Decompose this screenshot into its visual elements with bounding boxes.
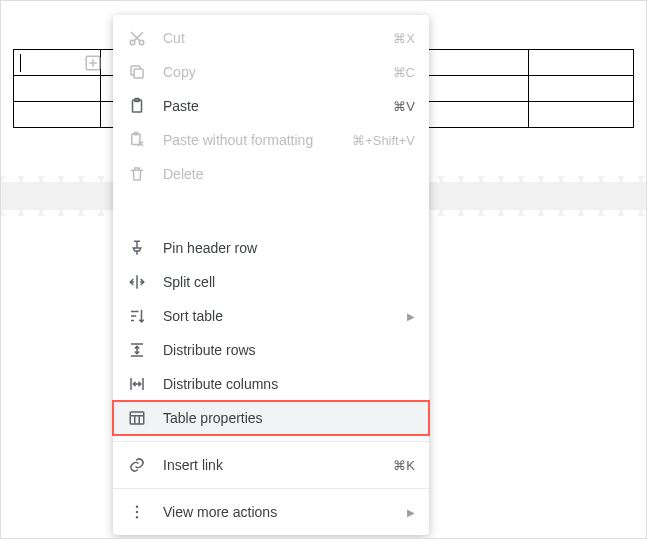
svg-point-2 xyxy=(139,40,144,45)
cut-icon xyxy=(127,28,147,48)
menu-item-table-properties[interactable]: Table properties xyxy=(113,401,429,435)
menu-item-paste[interactable]: Paste ⌘V xyxy=(113,89,429,123)
table-cell[interactable] xyxy=(14,50,101,76)
menu-item-paste-plain: Paste without formatting ⌘+Shift+V xyxy=(113,123,429,157)
paste-icon xyxy=(127,96,147,116)
menu-item-shortcut: ⌘+Shift+V xyxy=(352,133,415,148)
menu-item-label: Insert link xyxy=(163,457,393,473)
menu-separator xyxy=(113,441,429,442)
menu-item-label: Split cell xyxy=(163,274,415,290)
table-cell[interactable] xyxy=(14,76,101,102)
split-cell-icon xyxy=(127,272,147,292)
svg-point-9 xyxy=(136,506,138,508)
table-cell[interactable] xyxy=(528,50,633,76)
svg-rect-8 xyxy=(130,412,144,424)
menu-separator xyxy=(113,488,429,489)
menu-item-shortcut: ⌘C xyxy=(393,65,415,80)
svg-rect-6 xyxy=(132,134,140,145)
menu-item-label: Copy xyxy=(163,64,393,80)
svg-point-1 xyxy=(130,40,135,45)
link-icon xyxy=(127,455,147,475)
menu-item-pin-header[interactable]: Pin header row xyxy=(113,231,429,265)
svg-rect-3 xyxy=(134,69,143,78)
sort-icon xyxy=(127,306,147,326)
menu-item-distribute-rows[interactable]: Distribute rows xyxy=(113,333,429,367)
menu-item-cut: Cut ⌘X xyxy=(113,21,429,55)
menu-item-copy: Copy ⌘C xyxy=(113,55,429,89)
menu-item-label: Paste without formatting xyxy=(163,132,352,148)
menu-item-label: Paste xyxy=(163,98,393,114)
menu-item-shortcut: ⌘K xyxy=(393,458,415,473)
cell-menu-icon[interactable] xyxy=(84,54,98,68)
distribute-rows-icon xyxy=(127,340,147,360)
svg-point-10 xyxy=(136,511,138,513)
table-cell[interactable] xyxy=(423,102,528,128)
menu-item-split-cell[interactable]: Split cell xyxy=(113,265,429,299)
table-cell[interactable] xyxy=(14,102,101,128)
text-cursor xyxy=(20,54,21,72)
svg-point-11 xyxy=(136,516,138,518)
menu-item-label: Delete xyxy=(163,166,415,182)
menu-item-label: View more actions xyxy=(163,504,399,520)
table-cell[interactable] xyxy=(528,76,633,102)
context-menu: Cut ⌘X Copy ⌘C Paste ⌘V Paste without fo… xyxy=(113,15,429,535)
pin-icon xyxy=(127,238,147,258)
more-vertical-icon xyxy=(127,502,147,522)
menu-item-label: Table properties xyxy=(163,410,415,426)
distribute-cols-icon xyxy=(127,374,147,394)
menu-item-shortcut: ⌘X xyxy=(393,31,415,46)
menu-item-label: Distribute rows xyxy=(163,342,415,358)
table-cell[interactable] xyxy=(528,102,633,128)
menu-item-distribute-cols[interactable]: Distribute columns xyxy=(113,367,429,401)
menu-item-label: Sort table xyxy=(163,308,399,324)
menu-item-delete: Delete xyxy=(113,157,429,191)
menu-item-shortcut: ⌘V xyxy=(393,99,415,114)
copy-icon xyxy=(127,62,147,82)
menu-item-label: Cut xyxy=(163,30,393,46)
menu-item-label: Distribute columns xyxy=(163,376,415,392)
menu-item-insert-link[interactable]: Insert link ⌘K xyxy=(113,448,429,482)
chevron-right-icon: ▶ xyxy=(407,311,415,322)
delete-icon xyxy=(127,164,147,184)
table-properties-icon xyxy=(127,408,147,428)
paste-plain-icon xyxy=(127,130,147,150)
table-cell[interactable] xyxy=(423,50,528,76)
menu-item-more-actions[interactable]: View more actions ▶ xyxy=(113,495,429,529)
menu-item-label: Pin header row xyxy=(163,240,415,256)
menu-item-sort-table[interactable]: Sort table ▶ xyxy=(113,299,429,333)
table-cell[interactable] xyxy=(423,76,528,102)
chevron-right-icon: ▶ xyxy=(407,507,415,518)
